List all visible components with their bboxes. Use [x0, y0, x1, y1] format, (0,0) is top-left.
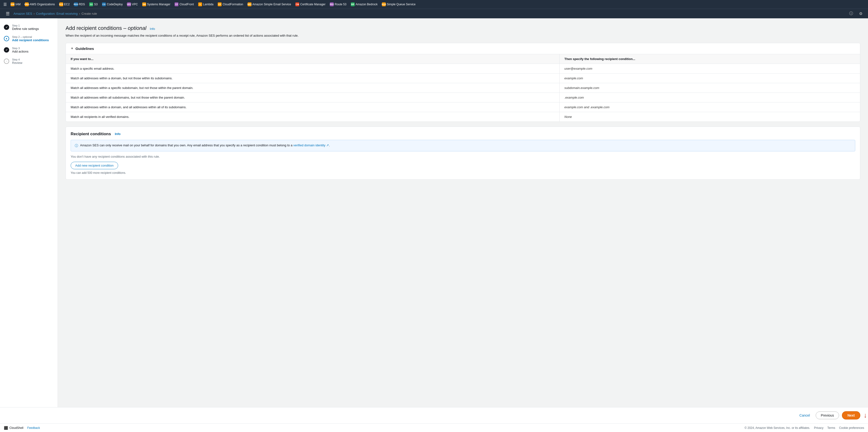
- cert-manager-icon: CM: [296, 2, 299, 6]
- bottom-bar: ⬛ CloudShell Feedback © 2024, Amazon Web…: [0, 423, 868, 432]
- route53-icon: R53: [330, 2, 334, 6]
- info-box-text: Amazon SES can only receive mail on your…: [80, 144, 292, 147]
- nav-item-cloudformation-label: CloudFormation: [222, 3, 243, 6]
- breadcrumb-sep-2: ›: [79, 12, 80, 16]
- step-2-item: ● Step 2 – optional Add recipient condit…: [4, 35, 54, 42]
- step-1-item: ✓ Step 1 Define rule settings: [4, 24, 54, 31]
- systems-manager-icon: SM: [142, 2, 146, 6]
- nav-item-cloudformation[interactable]: CF CloudFormation: [216, 1, 245, 7]
- main-layout: ✓ Step 1 Define rule settings ● Step 2 –…: [0, 18, 868, 407]
- guidelines-condition-0: Match a specific email address.: [66, 64, 559, 73]
- nav-item-s3[interactable]: S3 S3: [87, 1, 100, 7]
- step-2-circle: ●: [4, 36, 9, 41]
- breadcrumb-ses-link[interactable]: Amazon SES: [13, 12, 32, 16]
- privacy-link[interactable]: Privacy: [814, 426, 824, 430]
- page-info-link[interactable]: Info: [150, 27, 155, 31]
- cookie-preferences-link[interactable]: Cookie preferences: [839, 426, 864, 430]
- cloudfront-icon: CF: [175, 2, 179, 6]
- guidelines-value-3: .example.com: [559, 93, 860, 102]
- nav-menu-icon[interactable]: ☰: [2, 1, 8, 8]
- nav-item-ses-label: Amazon Simple Email Service: [252, 3, 291, 6]
- guidelines-value-4: example.com and .example.com: [559, 102, 860, 112]
- nav-item-iam[interactable]: IAM IAM: [9, 1, 23, 7]
- nav-item-lambda[interactable]: λ Lambda: [196, 1, 215, 7]
- recipient-conditions-info-link[interactable]: Info: [115, 132, 121, 136]
- nav-item-rds-label: RDS: [79, 3, 85, 6]
- terms-link[interactable]: Terms: [827, 426, 835, 430]
- step-2-name: Add recipient conditions: [12, 38, 49, 42]
- guidelines-value-1: example.com: [559, 73, 860, 83]
- step-1-label: Step 1: [12, 24, 39, 27]
- nav-item-iam-label: IAM: [16, 3, 21, 6]
- page-title: Add recipient conditions – optional Info: [66, 25, 860, 31]
- guidelines-value-5: None: [559, 112, 860, 122]
- aws-org-icon: ORG: [25, 2, 29, 6]
- guidelines-condition-5: Match all recipients in all verified dom…: [66, 112, 559, 122]
- previous-button[interactable]: Previous: [816, 411, 839, 419]
- next-button[interactable]: Next: [842, 411, 860, 420]
- nav-item-cert-manager[interactable]: CM Certificate Manager: [293, 1, 328, 7]
- settings-icon-btn[interactable]: ⚙: [858, 10, 864, 17]
- nav-right-icons: ⓘ ⚙: [848, 10, 864, 17]
- nav-item-vpc-label: VPC: [132, 3, 138, 6]
- nav-item-cert-manager-label: Certificate Manager: [300, 3, 326, 6]
- nav-item-codedeploy[interactable]: CD CodeDeploy: [100, 1, 125, 7]
- next-button-wrapper: Next ↓: [842, 411, 860, 420]
- cloudshell-item[interactable]: ⬛ CloudShell: [4, 426, 23, 430]
- rds-icon: RDS: [74, 2, 78, 6]
- step-1-name: Define rule settings: [12, 27, 39, 31]
- step-4-name: Review: [12, 61, 23, 65]
- nav-item-rds[interactable]: RDS RDS: [72, 1, 87, 7]
- guidelines-col2-header: Then specify the following recipient con…: [559, 54, 860, 64]
- lambda-icon: λ: [198, 2, 202, 6]
- nav-item-bedrock[interactable]: BR Amazon Bedrock: [349, 1, 379, 7]
- top-nav: ☰ IAM IAM ORG AWS Organizations EC2 EC2 …: [0, 0, 868, 9]
- nav-item-systems-manager[interactable]: SM Systems Manager: [140, 1, 173, 7]
- bedrock-icon: BR: [351, 2, 355, 6]
- nav-item-ses[interactable]: SES Amazon Simple Email Service: [246, 1, 293, 7]
- nav-item-ec2[interactable]: EC2 EC2: [57, 1, 72, 7]
- nav-item-codedeploy-label: CodeDeploy: [107, 3, 123, 6]
- table-row: Match a specific email address.user@exam…: [66, 64, 860, 73]
- feedback-link[interactable]: Feedback: [27, 426, 40, 430]
- nav-item-sqs[interactable]: SQS Simple Queue Service: [380, 1, 417, 7]
- guidelines-card: ▼ Guidelines If you want to... Then spec…: [66, 43, 860, 122]
- cloudshell-label: CloudShell: [9, 426, 23, 430]
- nav-item-vpc[interactable]: VPC VPC: [125, 1, 140, 7]
- nav-item-route53-label: Route 53: [335, 3, 346, 6]
- guidelines-condition-4: Match all addresses within a domain, and…: [66, 102, 559, 112]
- info-icon-btn[interactable]: ⓘ: [848, 10, 855, 17]
- guidelines-condition-2: Match all addresses within a specific su…: [66, 83, 559, 93]
- nav-item-aws-org[interactable]: ORG AWS Organizations: [23, 1, 57, 7]
- cancel-button[interactable]: Cancel: [797, 411, 813, 419]
- toggle-icon: ▼: [71, 47, 73, 50]
- table-row: Match all addresses within a domain, but…: [66, 73, 860, 83]
- no-conditions-text: You don't have any recipient conditions …: [71, 155, 855, 158]
- footer-actions: Cancel Previous Next ↓: [0, 407, 868, 423]
- guidelines-table: If you want to... Then specify the follo…: [66, 54, 860, 122]
- info-box: ⓘ Amazon SES can only receive mail on yo…: [71, 140, 855, 151]
- vpc-icon: VPC: [127, 2, 131, 6]
- nav-item-cloudfront[interactable]: CF CloudFront: [173, 1, 195, 7]
- s3-icon: S3: [89, 2, 93, 6]
- info-box-icon: ⓘ: [75, 143, 78, 148]
- conditions-count: You can add 500 more recipient condition…: [71, 171, 855, 175]
- cloudformation-icon: CF: [218, 2, 222, 6]
- breadcrumb-config-link[interactable]: Configuration: Email receiving: [36, 12, 78, 16]
- table-row: Match all addresses within all subdomain…: [66, 93, 860, 102]
- bottom-links: © 2024, Amazon Web Services, Inc. or its…: [745, 426, 864, 430]
- add-new-recipient-condition-button[interactable]: Add new recipient condition: [71, 162, 118, 169]
- table-row: Match all addresses within a domain, and…: [66, 102, 860, 112]
- codedeploy-icon: CD: [102, 2, 106, 6]
- verified-domain-link[interactable]: verified domain identity ↗: [293, 144, 329, 147]
- hamburger-menu[interactable]: ☰: [4, 10, 11, 18]
- step-3-item: ✓ Step 3 Add actions: [4, 47, 54, 53]
- recipient-conditions-title: Recipient conditions Info: [71, 132, 855, 136]
- recipient-conditions-card: Recipient conditions Info ⓘ Amazon SES c…: [66, 127, 860, 180]
- cloudshell-icon: ⬛: [4, 426, 8, 430]
- step-4-label: Step 4: [12, 58, 23, 61]
- step-3-circle: ✓: [4, 47, 9, 53]
- nav-item-route53[interactable]: R53 Route 53: [328, 1, 348, 7]
- step-4-item: ○ Step 4 Review: [4, 58, 54, 65]
- guidelines-card-header[interactable]: ▼ Guidelines: [66, 43, 860, 54]
